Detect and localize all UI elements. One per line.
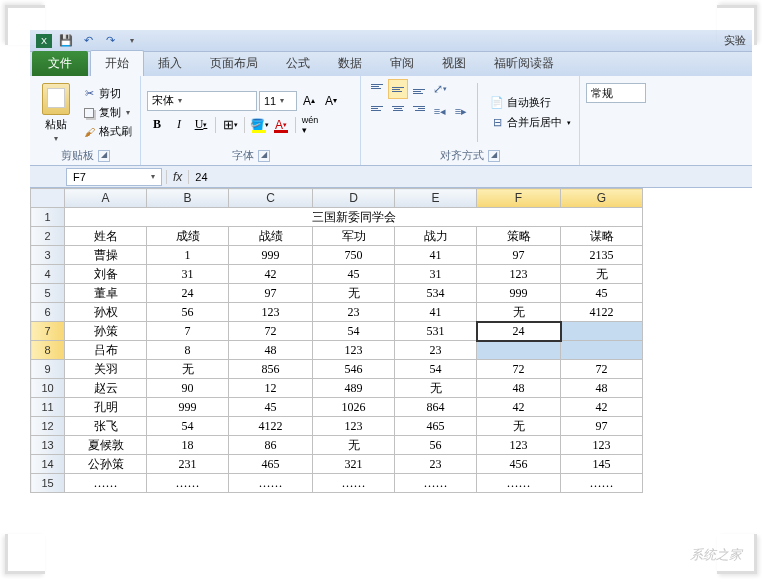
tab-formulas[interactable]: 公式	[272, 51, 324, 76]
cell-D4[interactable]: 45	[313, 265, 395, 284]
col-header-B[interactable]: B	[147, 189, 229, 208]
cell-C10[interactable]: 12	[229, 379, 313, 398]
tab-review[interactable]: 审阅	[376, 51, 428, 76]
cell-F10[interactable]: 48	[477, 379, 561, 398]
cell-F11[interactable]: 42	[477, 398, 561, 417]
cell-E13[interactable]: 56	[395, 436, 477, 455]
cell-E12[interactable]: 465	[395, 417, 477, 436]
formula-input[interactable]: 24	[189, 171, 752, 183]
cell-G8[interactable]	[561, 341, 643, 360]
cell-A10[interactable]: 赵云	[65, 379, 147, 398]
border-button[interactable]: ⊞▾	[220, 115, 240, 135]
select-all-corner[interactable]	[31, 189, 65, 208]
undo-icon[interactable]: ↶	[78, 32, 98, 50]
cell-D15[interactable]: ……	[313, 474, 395, 493]
tab-home[interactable]: 开始	[90, 50, 144, 76]
cell-E14[interactable]: 23	[395, 455, 477, 474]
cell-G5[interactable]: 45	[561, 284, 643, 303]
cell-A12[interactable]: 张飞	[65, 417, 147, 436]
align-right-button[interactable]	[409, 101, 429, 121]
cell-C8[interactable]: 48	[229, 341, 313, 360]
cell-C7[interactable]: 72	[229, 322, 313, 341]
cell-B8[interactable]: 8	[147, 341, 229, 360]
cell-C11[interactable]: 45	[229, 398, 313, 417]
cell-D8[interactable]: 123	[313, 341, 395, 360]
cell-F15[interactable]: ……	[477, 474, 561, 493]
cell-C14[interactable]: 465	[229, 455, 313, 474]
redo-icon[interactable]: ↷	[100, 32, 120, 50]
cell-G15[interactable]: ……	[561, 474, 643, 493]
cell-F13[interactable]: 123	[477, 436, 561, 455]
cell-D12[interactable]: 123	[313, 417, 395, 436]
cell-B7[interactable]: 7	[147, 322, 229, 341]
row-header-13[interactable]: 13	[31, 436, 65, 455]
spreadsheet-grid[interactable]: ABCDEFG1三国新委同学会2姓名成绩战绩军功战力策略谋略3曹操1999750…	[30, 188, 752, 559]
cell-C6[interactable]: 123	[229, 303, 313, 322]
header-cell[interactable]: 战力	[395, 227, 477, 246]
cell-C9[interactable]: 856	[229, 360, 313, 379]
row-header-4[interactable]: 4	[31, 265, 65, 284]
cell-C15[interactable]: ……	[229, 474, 313, 493]
cell-A3[interactable]: 曹操	[65, 246, 147, 265]
cell-F7[interactable]: 24	[477, 322, 561, 341]
cell-G3[interactable]: 2135	[561, 246, 643, 265]
cell-F6[interactable]: 无	[477, 303, 561, 322]
cell-E7[interactable]: 531	[395, 322, 477, 341]
cell-B4[interactable]: 31	[147, 265, 229, 284]
cell-E15[interactable]: ……	[395, 474, 477, 493]
row-header-5[interactable]: 5	[31, 284, 65, 303]
qat-dropdown-icon[interactable]: ▾	[122, 32, 142, 50]
increase-font-button[interactable]: A▴	[299, 91, 319, 111]
cell-E9[interactable]: 54	[395, 360, 477, 379]
cell-E10[interactable]: 无	[395, 379, 477, 398]
cell-D3[interactable]: 750	[313, 246, 395, 265]
cell-C3[interactable]: 999	[229, 246, 313, 265]
tab-file[interactable]: 文件	[32, 51, 88, 76]
cell-G7[interactable]	[561, 322, 643, 341]
row-header-11[interactable]: 11	[31, 398, 65, 417]
cell-G4[interactable]: 无	[561, 265, 643, 284]
header-cell[interactable]: 战绩	[229, 227, 313, 246]
cell-A4[interactable]: 刘备	[65, 265, 147, 284]
cell-D5[interactable]: 无	[313, 284, 395, 303]
cell-G9[interactable]: 72	[561, 360, 643, 379]
cell-B15[interactable]: ……	[147, 474, 229, 493]
align-left-button[interactable]	[367, 101, 387, 121]
cell-C12[interactable]: 4122	[229, 417, 313, 436]
row-header-3[interactable]: 3	[31, 246, 65, 265]
cell-B11[interactable]: 999	[147, 398, 229, 417]
increase-indent-button[interactable]: ≡▸	[451, 101, 471, 121]
cell-A6[interactable]: 孙权	[65, 303, 147, 322]
tab-foxit[interactable]: 福昕阅读器	[480, 51, 568, 76]
cell-A13[interactable]: 夏候敦	[65, 436, 147, 455]
cell-B5[interactable]: 24	[147, 284, 229, 303]
cell-B6[interactable]: 56	[147, 303, 229, 322]
header-cell[interactable]: 策略	[477, 227, 561, 246]
cell-G6[interactable]: 4122	[561, 303, 643, 322]
cell-A14[interactable]: 公孙策	[65, 455, 147, 474]
excel-icon[interactable]: X	[34, 32, 54, 50]
col-header-A[interactable]: A	[65, 189, 147, 208]
row-header-15[interactable]: 15	[31, 474, 65, 493]
cell-D6[interactable]: 23	[313, 303, 395, 322]
cell-G12[interactable]: 97	[561, 417, 643, 436]
col-header-G[interactable]: G	[561, 189, 643, 208]
cell-B14[interactable]: 231	[147, 455, 229, 474]
font-name-combo[interactable]: 宋体▾	[147, 91, 257, 111]
cut-button[interactable]: ✂剪切	[80, 85, 134, 102]
col-header-E[interactable]: E	[395, 189, 477, 208]
header-cell[interactable]: 谋略	[561, 227, 643, 246]
number-format-combo[interactable]: 常规	[586, 83, 646, 103]
tab-view[interactable]: 视图	[428, 51, 480, 76]
merge-center-button[interactable]: ⊟合并后居中▾	[488, 114, 573, 131]
cell-G13[interactable]: 123	[561, 436, 643, 455]
cell-A5[interactable]: 董卓	[65, 284, 147, 303]
cell-E4[interactable]: 31	[395, 265, 477, 284]
row-header-9[interactable]: 9	[31, 360, 65, 379]
cell-D13[interactable]: 无	[313, 436, 395, 455]
cell-F12[interactable]: 无	[477, 417, 561, 436]
col-header-F[interactable]: F	[477, 189, 561, 208]
cell-D7[interactable]: 54	[313, 322, 395, 341]
cell-B10[interactable]: 90	[147, 379, 229, 398]
wrap-text-button[interactable]: 📄自动换行	[488, 94, 573, 111]
